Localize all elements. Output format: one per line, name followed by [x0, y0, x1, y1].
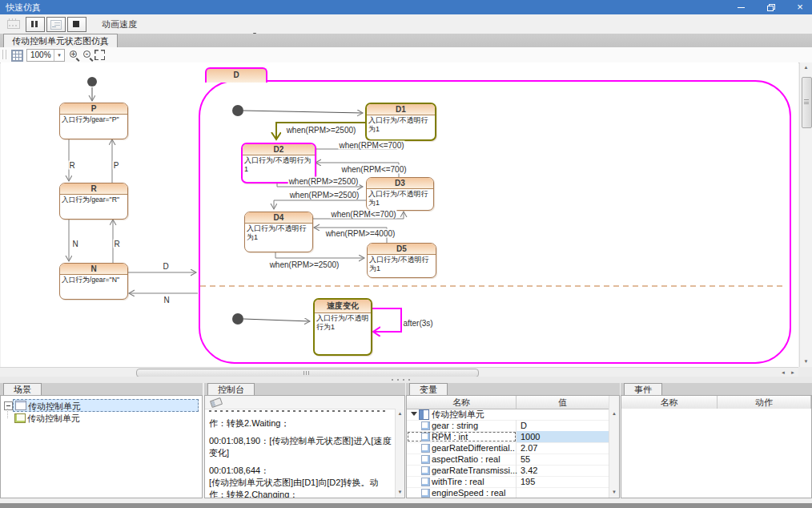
scroll-up-icon[interactable]: ▲: [396, 409, 404, 419]
zoom-level-combobox[interactable]: 100% ▾: [26, 49, 65, 62]
pause-button[interactable]: [26, 17, 45, 32]
tab-statechart-simulation[interactable]: 传动控制单元状态图仿真: [3, 34, 118, 47]
variable-value[interactable]: 1000: [517, 431, 609, 442]
window-title: 快速仿真: [6, 2, 41, 14]
zoom-out-icon: -: [84, 51, 90, 57]
variable-value[interactable]: 2.07: [517, 442, 609, 454]
variable-row[interactable]: gearRateTransmissi... 3.42: [407, 465, 609, 477]
variable-row[interactable]: withTire : real 195: [407, 476, 609, 488]
scroll-down-icon[interactable]: ▼: [396, 487, 404, 498]
variable-row[interactable]: gear : string D: [407, 420, 609, 432]
variables-root-row[interactable]: 传动控制单元: [407, 409, 609, 421]
diagram-vertical-scrollbar[interactable]: ▲ ▼: [799, 62, 812, 367]
chevron-down-icon[interactable]: ▾: [54, 50, 64, 61]
variable-name: RPM : int: [432, 431, 468, 442]
column-header-action[interactable]: 动作: [718, 396, 811, 409]
state-d5[interactable]: D5 入口行为/不透明行为1: [367, 243, 436, 278]
pause-icon: [31, 21, 34, 27]
transition-label-d5-d4: when(RPM>=4000): [325, 229, 396, 238]
variables-root-label: 传动控制单元: [432, 409, 484, 420]
splitter-grip-icon: [392, 379, 412, 381]
step-button[interactable]: [46, 17, 66, 32]
variable-row-selected[interactable]: RPM : int 1000: [407, 431, 609, 443]
console-toolbar: [205, 396, 404, 409]
column-header-name[interactable]: 名称: [621, 396, 718, 409]
vertical-scrollbar-thumb[interactable]: [802, 77, 812, 128]
transition-label-p-r: R: [68, 161, 75, 170]
tab-console[interactable]: 控制台: [207, 383, 255, 396]
scroll-down-icon[interactable]: ▼: [609, 487, 619, 498]
scroll-up-icon[interactable]: ▲: [800, 62, 812, 73]
scene-root-row[interactable]: 传动控制单元: [1, 398, 202, 411]
state-d5-title: D5: [368, 244, 436, 255]
step-icon: [50, 20, 62, 30]
grid-toggle-button[interactable]: [11, 50, 23, 62]
close-button[interactable]: ×: [788, 0, 812, 14]
tree-expanded-icon[interactable]: [411, 412, 417, 416]
variable-value[interactable]: D: [517, 420, 609, 431]
events-empty-area: [621, 409, 811, 498]
scroll-down-icon[interactable]: ▼: [800, 357, 812, 367]
scene-child-row[interactable]: 传动控制单元: [1, 412, 202, 425]
variables-scrollbar[interactable]: ▲ ▼: [609, 396, 619, 498]
variable-name: gear : string: [432, 420, 478, 431]
tab-scene[interactable]: 场景: [3, 383, 42, 396]
variable-row[interactable]: gearRateDifferential.. 2.07: [407, 442, 609, 454]
state-d4[interactable]: D4 入口行为/不透明行为1: [244, 212, 313, 252]
scene-tree[interactable]: 传动控制单元 传动控制单元: [0, 395, 203, 498]
column-header-name[interactable]: 名称: [407, 396, 517, 409]
initial-pseudostate-main[interactable]: [87, 77, 97, 87]
fit-to-window-button[interactable]: [94, 50, 105, 60]
scene-root-label: 传动控制单元: [28, 401, 81, 413]
variable-value[interactable]: 195: [517, 476, 609, 487]
console-scrollbar[interactable]: ▲ ▼: [395, 409, 404, 498]
variable-row[interactable]: engineSpeed : real: [407, 487, 609, 498]
console-line: 00:01:08,644： [传动控制单元状态图]由[D1]向[D2]转换。动作…: [209, 465, 394, 498]
variable-row[interactable]: aspectRatio : real 55: [407, 454, 609, 466]
title-bar: 快速仿真 ×: [0, 0, 812, 14]
variables-table-header: 名称 值: [407, 396, 619, 409]
state-d-tab[interactable]: D: [205, 67, 267, 83]
transition-label-d4-d5: when(RPM>=2500): [269, 260, 340, 269]
restore-button[interactable]: [759, 0, 783, 14]
animate-button[interactable]: [4, 17, 23, 32]
tab-variables[interactable]: 变量: [409, 383, 448, 396]
toolbar-grip[interactable]: [2, 50, 6, 59]
state-d1-title: D1: [367, 104, 435, 115]
scroll-up-icon[interactable]: ▲: [609, 409, 619, 419]
state-p[interactable]: P 入口行为/gear="P": [59, 103, 128, 139]
value-icon: [421, 466, 430, 475]
zoom-in-button[interactable]: +: [69, 50, 80, 61]
console-line: 00:01:08,190：[传动控制单元状态图]进入[速度变化]: [209, 435, 394, 459]
zoom-out-button[interactable]: -: [82, 50, 94, 61]
state-d3-title: D3: [367, 178, 433, 189]
transition-label-d-n: N: [163, 296, 170, 304]
console-log[interactable]: 作：转换2.Waiting； 00:01:08,190：[传动控制单元状态图]进…: [209, 410, 394, 498]
state-speed-change[interactable]: 速度变化 入口行为/不透明行为1: [313, 298, 372, 356]
state-n[interactable]: N 入口行为/gear="N": [59, 263, 128, 300]
variable-value[interactable]: 3.42: [517, 465, 609, 476]
variable-value[interactable]: 55: [517, 454, 609, 465]
horizontal-splitter[interactable]: [0, 377, 812, 383]
state-n-body: 入口行为/gear="N": [60, 275, 127, 285]
minimize-button[interactable]: [729, 0, 753, 14]
state-d4-title: D4: [245, 212, 312, 224]
column-header-value[interactable]: 值: [517, 396, 609, 409]
variable-value[interactable]: [517, 487, 609, 498]
clear-console-icon[interactable]: [210, 397, 223, 408]
scene-panel: 场景 传动控制单元 传动控制单元: [0, 383, 203, 503]
scene-root-selection[interactable]: 传动控制单元: [13, 399, 199, 412]
state-d1[interactable]: D1 入口行为/不透明行为1: [365, 103, 436, 141]
transition-label-r-n: N: [71, 240, 78, 248]
stop-button[interactable]: [67, 17, 86, 32]
scrollbar-corner: [798, 367, 812, 377]
statechart-canvas[interactable]: D P 入口行为/gear="P" R 入口行为/gear="R" N 入口行为…: [1, 62, 798, 367]
tab-events[interactable]: 事件: [624, 383, 662, 396]
state-r-body: 入口行为/gear="R": [60, 195, 127, 205]
tree-guide-line: [7, 409, 9, 418]
block-icon: [419, 409, 429, 420]
transition-label-speed-self: after(3s): [402, 319, 433, 328]
variable-name: withTire : real: [432, 476, 484, 487]
state-d3[interactable]: D3 入口行为/不透明行为1: [366, 177, 434, 211]
state-r[interactable]: R 入口行为/gear="R": [59, 183, 128, 220]
